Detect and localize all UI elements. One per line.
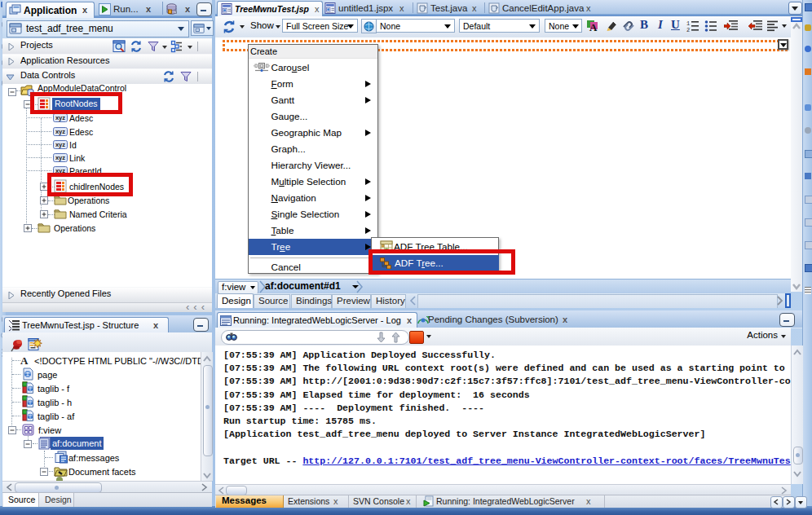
svg-text:xyz: xyz [55,128,65,135]
svg-text:xyz: xyz [55,141,65,148]
svg-text:1: 1 [686,20,690,27]
svg-text:xyz: xyz [55,114,65,121]
svg-text:A: A [589,21,598,33]
svg-text:2: 2 [686,27,690,33]
svg-text:A: A [20,354,29,366]
svg-text:xyz: xyz [55,154,65,161]
